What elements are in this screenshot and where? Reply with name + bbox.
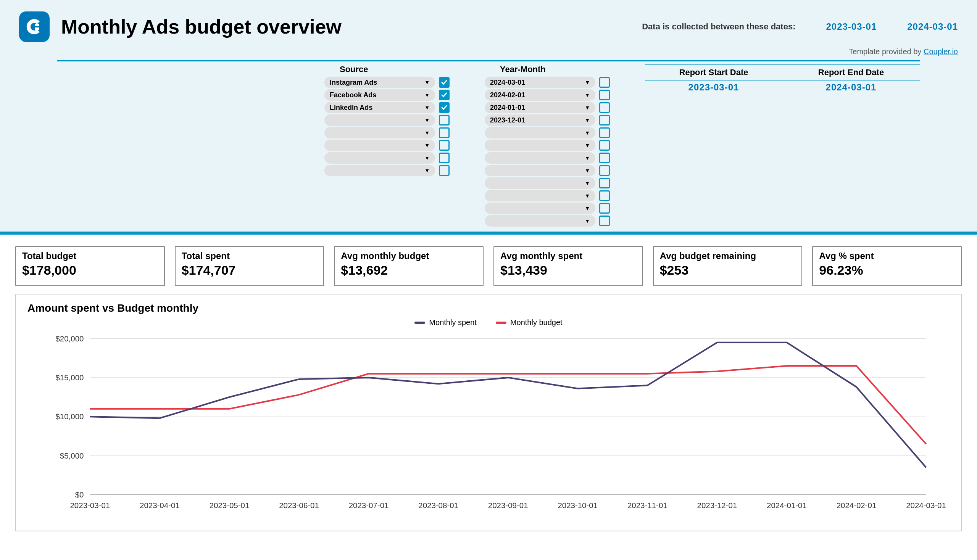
x-axis-tick-label: 2023-12-01 bbox=[697, 501, 737, 510]
kpi-label: Avg monthly budget bbox=[341, 251, 477, 261]
check-icon bbox=[441, 79, 448, 86]
x-axis-tick-label: 2024-01-01 bbox=[767, 501, 807, 510]
line-chart: $0$5,000$10,000$15,000$20,0002023-03-012… bbox=[27, 331, 950, 518]
source-4-checkbox[interactable] bbox=[439, 127, 449, 138]
filter-month-column: Year-Month 2024-03-01▼2024-02-01▼2024-01… bbox=[485, 65, 645, 228]
kpi-card-2: Avg monthly budget$13,692 bbox=[334, 246, 484, 286]
source-column-header: Source bbox=[324, 65, 485, 74]
kpi-row: Total budget$178,000Total spent$174,707A… bbox=[0, 235, 977, 294]
kpi-value: $178,000 bbox=[22, 263, 158, 278]
chevron-down-icon: ▼ bbox=[585, 142, 590, 148]
month-4-checkbox[interactable] bbox=[599, 127, 610, 138]
chevron-down-icon: ▼ bbox=[585, 92, 590, 98]
collected-start-date: 2023-03-01 bbox=[826, 22, 877, 32]
source-7-dropdown[interactable]: ▼ bbox=[324, 165, 435, 176]
month-8-dropdown[interactable]: ▼ bbox=[485, 177, 595, 189]
chevron-down-icon: ▼ bbox=[585, 79, 590, 85]
brand-logo-icon bbox=[24, 17, 44, 37]
source-4-dropdown[interactable]: ▼ bbox=[324, 127, 435, 138]
month-1-checkbox[interactable] bbox=[599, 90, 610, 100]
chevron-down-icon: ▼ bbox=[585, 117, 590, 123]
series-monthly-spent bbox=[90, 343, 926, 468]
legend-swatch-spent bbox=[414, 322, 425, 324]
source-5-checkbox[interactable] bbox=[439, 140, 449, 151]
source-2-checkbox[interactable] bbox=[439, 102, 449, 113]
x-axis-tick-label: 2024-02-01 bbox=[837, 501, 877, 510]
chevron-down-icon: ▼ bbox=[424, 167, 430, 173]
month-0-checkbox[interactable] bbox=[599, 77, 610, 88]
check-icon bbox=[441, 104, 448, 111]
source-7-checkbox[interactable] bbox=[439, 165, 449, 176]
source-2-label: Linkedin Ads bbox=[330, 104, 372, 112]
month-5-checkbox[interactable] bbox=[599, 140, 610, 151]
y-axis-tick-label: $20,000 bbox=[55, 334, 84, 343]
report-end-date-value: 2024-03-01 bbox=[782, 80, 920, 95]
month-10-dropdown[interactable]: ▼ bbox=[485, 203, 595, 214]
source-3-dropdown[interactable]: ▼ bbox=[324, 115, 435, 126]
source-5-dropdown[interactable]: ▼ bbox=[324, 140, 435, 151]
month-0-dropdown[interactable]: 2024-03-01▼ bbox=[485, 77, 595, 88]
x-axis-tick-label: 2023-03-01 bbox=[70, 501, 110, 510]
x-axis-tick-label: 2023-05-01 bbox=[209, 501, 250, 510]
chevron-down-icon: ▼ bbox=[585, 205, 590, 211]
x-axis-tick-label: 2024-03-01 bbox=[906, 501, 946, 510]
month-10-checkbox[interactable] bbox=[599, 203, 610, 213]
month-9-checkbox[interactable] bbox=[599, 190, 610, 201]
month-6-checkbox[interactable] bbox=[599, 153, 610, 163]
chevron-down-icon: ▼ bbox=[424, 130, 430, 136]
template-credit: Template provided by Coupler.io bbox=[19, 47, 958, 56]
source-3-checkbox[interactable] bbox=[439, 115, 449, 125]
x-axis-tick-label: 2023-04-01 bbox=[140, 501, 180, 510]
month-2-checkbox[interactable] bbox=[599, 102, 610, 113]
filter-source-column: Source Instagram Ads▼Facebook Ads▼Linked… bbox=[324, 65, 485, 177]
month-11-dropdown[interactable]: ▼ bbox=[485, 215, 595, 227]
source-6-checkbox[interactable] bbox=[439, 153, 449, 163]
month-6-dropdown[interactable]: ▼ bbox=[485, 152, 595, 163]
x-axis-tick-label: 2023-06-01 bbox=[279, 501, 319, 510]
kpi-label: Avg budget remaining bbox=[660, 251, 796, 261]
kpi-label: Total spent bbox=[182, 251, 317, 261]
month-2-dropdown[interactable]: 2024-01-01▼ bbox=[485, 102, 595, 113]
month-2-label: 2024-01-01 bbox=[490, 104, 525, 112]
legend-item-budget: Monthly budget bbox=[496, 318, 563, 327]
y-axis-tick-label: $10,000 bbox=[55, 412, 84, 421]
report-start-date-header: Report Start Date bbox=[645, 65, 782, 80]
month-8-checkbox[interactable] bbox=[599, 178, 610, 188]
kpi-card-0: Total budget$178,000 bbox=[15, 246, 165, 286]
month-7-checkbox[interactable] bbox=[599, 165, 610, 176]
source-2-dropdown[interactable]: Linkedin Ads▼ bbox=[324, 102, 435, 113]
month-0-label: 2024-03-01 bbox=[490, 78, 525, 87]
month-1-dropdown[interactable]: 2024-02-01▼ bbox=[485, 89, 595, 101]
source-1-label: Facebook Ads bbox=[330, 91, 376, 99]
kpi-card-5: Avg % spent96.23% bbox=[812, 246, 962, 286]
chevron-down-icon: ▼ bbox=[424, 105, 430, 111]
month-column-header: Year-Month bbox=[485, 65, 645, 74]
month-11-checkbox[interactable] bbox=[599, 215, 610, 226]
month-9-dropdown[interactable]: ▼ bbox=[485, 190, 595, 202]
kpi-card-4: Avg budget remaining$253 bbox=[653, 246, 803, 286]
x-axis-tick-label: 2023-08-01 bbox=[418, 501, 458, 510]
source-6-dropdown[interactable]: ▼ bbox=[324, 152, 435, 163]
source-0-dropdown[interactable]: Instagram Ads▼ bbox=[324, 77, 435, 88]
source-0-checkbox[interactable] bbox=[439, 77, 449, 88]
source-1-dropdown[interactable]: Facebook Ads▼ bbox=[324, 89, 435, 101]
source-1-checkbox[interactable] bbox=[439, 90, 449, 100]
kpi-value: $174,707 bbox=[182, 263, 317, 278]
report-end-date-header: Report End Date bbox=[782, 65, 920, 80]
chevron-down-icon: ▼ bbox=[585, 218, 590, 224]
chevron-down-icon: ▼ bbox=[585, 130, 590, 136]
chevron-down-icon: ▼ bbox=[424, 79, 430, 85]
month-3-dropdown[interactable]: 2023-12-01▼ bbox=[485, 115, 595, 126]
collected-dates-label: Data is collected between these dates: bbox=[642, 22, 795, 32]
month-5-dropdown[interactable]: ▼ bbox=[485, 140, 595, 151]
month-7-dropdown[interactable]: ▼ bbox=[485, 165, 595, 176]
x-axis-tick-label: 2023-09-01 bbox=[488, 501, 528, 510]
month-4-dropdown[interactable]: ▼ bbox=[485, 127, 595, 138]
y-axis-tick-label: $0 bbox=[75, 490, 84, 499]
month-3-checkbox[interactable] bbox=[599, 115, 610, 125]
chevron-down-icon: ▼ bbox=[585, 105, 590, 111]
svg-rect-0 bbox=[35, 23, 39, 26]
chevron-down-icon: ▼ bbox=[585, 193, 590, 199]
template-provider-link[interactable]: Coupler.io bbox=[924, 47, 958, 56]
collected-end-date: 2024-03-01 bbox=[907, 22, 958, 32]
